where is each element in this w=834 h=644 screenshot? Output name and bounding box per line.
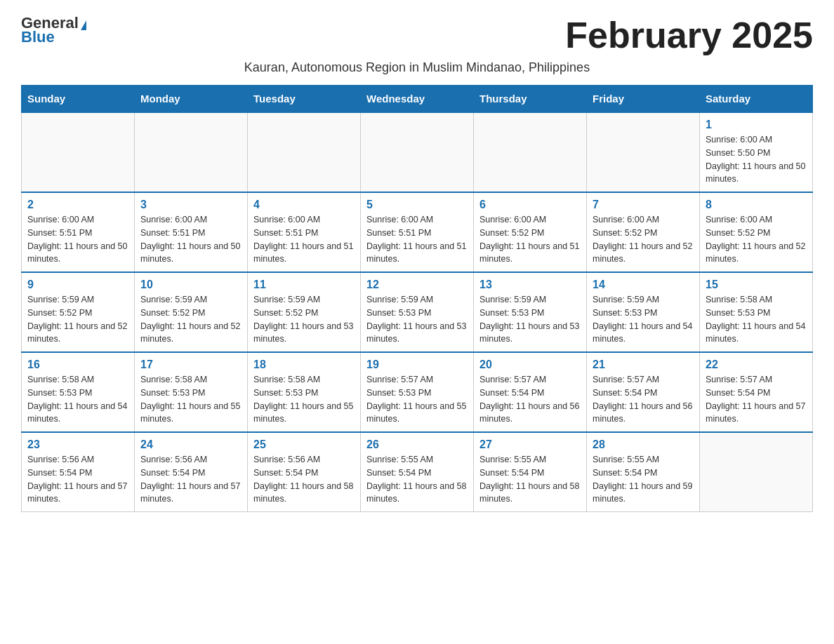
day-info: Sunrise: 5:56 AMSunset: 5:54 PMDaylight:…: [140, 453, 241, 506]
page-subtitle: Kauran, Autonomous Region in Muslim Mind…: [21, 60, 813, 75]
calendar-cell-week2-day2: 3Sunrise: 6:00 AMSunset: 5:51 PMDaylight…: [135, 192, 248, 272]
day-info: Sunrise: 6:00 AMSunset: 5:52 PMDaylight:…: [593, 213, 694, 266]
calendar-cell-week4-day6: 21Sunrise: 5:57 AMSunset: 5:54 PMDayligh…: [587, 352, 700, 432]
calendar-cell-week3-day5: 13Sunrise: 5:59 AMSunset: 5:53 PMDayligh…: [474, 272, 587, 352]
day-number: 24: [140, 438, 241, 451]
calendar-cell-week3-day6: 14Sunrise: 5:59 AMSunset: 5:53 PMDayligh…: [587, 272, 700, 352]
day-info: Sunrise: 5:59 AMSunset: 5:53 PMDaylight:…: [366, 293, 468, 346]
day-info: Sunrise: 5:55 AMSunset: 5:54 PMDaylight:…: [593, 453, 694, 506]
day-info: Sunrise: 6:00 AMSunset: 5:51 PMDaylight:…: [366, 213, 468, 266]
day-info: Sunrise: 6:00 AMSunset: 5:51 PMDaylight:…: [27, 213, 128, 266]
day-info: Sunrise: 5:58 AMSunset: 5:53 PMDaylight:…: [27, 373, 128, 426]
calendar-cell-week1-day7: 1Sunrise: 6:00 AMSunset: 5:50 PMDaylight…: [700, 112, 813, 192]
calendar-cell-week2-day5: 6Sunrise: 6:00 AMSunset: 5:52 PMDaylight…: [474, 192, 587, 272]
day-number: 2: [27, 199, 128, 211]
day-number: 13: [479, 279, 581, 291]
calendar-cell-week1-day2: [135, 112, 248, 192]
day-info: Sunrise: 5:56 AMSunset: 5:54 PMDaylight:…: [253, 453, 355, 506]
day-number: 3: [140, 199, 241, 211]
day-number: 16: [27, 358, 128, 371]
day-number: 20: [479, 358, 581, 371]
calendar-cell-week3-day7: 15Sunrise: 5:58 AMSunset: 5:53 PMDayligh…: [700, 272, 813, 352]
day-info: Sunrise: 6:00 AMSunset: 5:52 PMDaylight:…: [706, 213, 807, 266]
logo-blue-text: Blue: [21, 28, 55, 46]
calendar-cell-week1-day6: [587, 112, 700, 192]
day-number: 9: [27, 279, 128, 291]
calendar-cell-week3-day3: 11Sunrise: 5:59 AMSunset: 5:52 PMDayligh…: [248, 272, 361, 352]
calendar-cell-week4-day2: 17Sunrise: 5:58 AMSunset: 5:53 PMDayligh…: [135, 352, 248, 432]
day-number: 14: [593, 279, 694, 291]
day-info: Sunrise: 5:57 AMSunset: 5:54 PMDaylight:…: [706, 373, 807, 426]
calendar-cell-week4-day5: 20Sunrise: 5:57 AMSunset: 5:54 PMDayligh…: [474, 352, 587, 432]
day-info: Sunrise: 5:59 AMSunset: 5:53 PMDaylight:…: [593, 293, 694, 346]
calendar-cell-week5-day7: [700, 432, 813, 512]
day-info: Sunrise: 5:55 AMSunset: 5:54 PMDaylight:…: [479, 453, 581, 506]
weekday-header-row: SundayMondayTuesdayWednesdayThursdayFrid…: [22, 86, 813, 113]
day-number: 6: [479, 199, 581, 211]
day-number: 4: [253, 199, 355, 211]
page-header: General Blue February 2025: [21, 14, 813, 56]
day-number: 7: [593, 199, 694, 211]
weekday-header-tuesday: Tuesday: [248, 86, 361, 113]
day-number: 12: [366, 279, 468, 291]
weekday-header-monday: Monday: [135, 86, 248, 113]
day-number: 23: [27, 438, 128, 451]
day-number: 19: [366, 358, 468, 371]
calendar-week-3: 9Sunrise: 5:59 AMSunset: 5:52 PMDaylight…: [22, 272, 813, 352]
calendar-cell-week5-day5: 27Sunrise: 5:55 AMSunset: 5:54 PMDayligh…: [474, 432, 587, 512]
calendar-cell-week5-day4: 26Sunrise: 5:55 AMSunset: 5:54 PMDayligh…: [361, 432, 474, 512]
day-info: Sunrise: 5:58 AMSunset: 5:53 PMDaylight:…: [140, 373, 241, 426]
day-number: 15: [706, 279, 807, 291]
day-info: Sunrise: 5:57 AMSunset: 5:54 PMDaylight:…: [479, 373, 581, 426]
day-number: 5: [366, 199, 468, 211]
calendar-cell-week4-day4: 19Sunrise: 5:57 AMSunset: 5:53 PMDayligh…: [361, 352, 474, 432]
day-number: 21: [593, 358, 694, 371]
day-info: Sunrise: 5:56 AMSunset: 5:54 PMDaylight:…: [27, 453, 128, 506]
day-info: Sunrise: 5:59 AMSunset: 5:53 PMDaylight:…: [479, 293, 581, 346]
calendar-cell-week5-day6: 28Sunrise: 5:55 AMSunset: 5:54 PMDayligh…: [587, 432, 700, 512]
calendar-cell-week1-day5: [474, 112, 587, 192]
day-number: 26: [366, 438, 468, 451]
day-info: Sunrise: 5:58 AMSunset: 5:53 PMDaylight:…: [253, 373, 355, 426]
day-info: Sunrise: 6:00 AMSunset: 5:52 PMDaylight:…: [479, 213, 581, 266]
calendar-cell-week5-day3: 25Sunrise: 5:56 AMSunset: 5:54 PMDayligh…: [248, 432, 361, 512]
day-info: Sunrise: 5:58 AMSunset: 5:53 PMDaylight:…: [706, 293, 807, 346]
day-number: 8: [706, 199, 807, 211]
calendar-cell-week5-day1: 23Sunrise: 5:56 AMSunset: 5:54 PMDayligh…: [22, 432, 135, 512]
day-number: 25: [253, 438, 355, 451]
calendar-body: 1Sunrise: 6:00 AMSunset: 5:50 PMDaylight…: [22, 112, 813, 512]
weekday-header-thursday: Thursday: [474, 86, 587, 113]
calendar-cell-week4-day7: 22Sunrise: 5:57 AMSunset: 5:54 PMDayligh…: [700, 352, 813, 432]
day-number: 17: [140, 358, 241, 371]
day-info: Sunrise: 5:59 AMSunset: 5:52 PMDaylight:…: [27, 293, 128, 346]
calendar-week-1: 1Sunrise: 6:00 AMSunset: 5:50 PMDaylight…: [22, 112, 813, 192]
calendar-week-5: 23Sunrise: 5:56 AMSunset: 5:54 PMDayligh…: [22, 432, 813, 512]
weekday-header-wednesday: Wednesday: [361, 86, 474, 113]
calendar-cell-week3-day4: 12Sunrise: 5:59 AMSunset: 5:53 PMDayligh…: [361, 272, 474, 352]
day-info: Sunrise: 6:00 AMSunset: 5:51 PMDaylight:…: [140, 213, 241, 266]
day-info: Sunrise: 5:59 AMSunset: 5:52 PMDaylight:…: [253, 293, 355, 346]
day-info: Sunrise: 5:57 AMSunset: 5:54 PMDaylight:…: [593, 373, 694, 426]
day-info: Sunrise: 6:00 AMSunset: 5:51 PMDaylight:…: [253, 213, 355, 266]
calendar-cell-week4-day3: 18Sunrise: 5:58 AMSunset: 5:53 PMDayligh…: [248, 352, 361, 432]
day-number: 18: [253, 358, 355, 371]
calendar-cell-week4-day1: 16Sunrise: 5:58 AMSunset: 5:53 PMDayligh…: [22, 352, 135, 432]
day-number: 22: [706, 358, 807, 371]
day-info: Sunrise: 5:57 AMSunset: 5:53 PMDaylight:…: [366, 373, 468, 426]
day-info: Sunrise: 5:55 AMSunset: 5:54 PMDaylight:…: [366, 453, 468, 506]
logo-triangle-icon: [81, 20, 86, 30]
logo: General Blue: [21, 14, 86, 46]
day-info: Sunrise: 6:00 AMSunset: 5:50 PMDaylight:…: [706, 133, 807, 186]
calendar-cell-week1-day3: [248, 112, 361, 192]
day-number: 1: [706, 119, 807, 131]
day-number: 11: [253, 279, 355, 291]
calendar-header: SundayMondayTuesdayWednesdayThursdayFrid…: [22, 86, 813, 113]
calendar-table: SundayMondayTuesdayWednesdayThursdayFrid…: [21, 85, 813, 512]
calendar-cell-week2-day4: 5Sunrise: 6:00 AMSunset: 5:51 PMDaylight…: [361, 192, 474, 272]
weekday-header-friday: Friday: [587, 86, 700, 113]
day-info: Sunrise: 5:59 AMSunset: 5:52 PMDaylight:…: [140, 293, 241, 346]
calendar-week-2: 2Sunrise: 6:00 AMSunset: 5:51 PMDaylight…: [22, 192, 813, 272]
day-number: 10: [140, 279, 241, 291]
weekday-header-saturday: Saturday: [700, 86, 813, 113]
month-title: February 2025: [565, 14, 813, 56]
